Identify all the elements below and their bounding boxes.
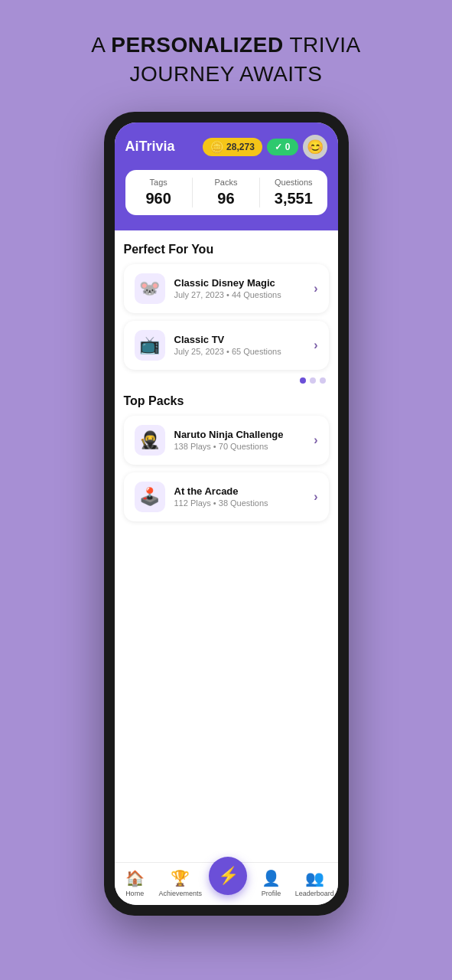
check-badge: ✓ 0: [267, 139, 298, 155]
headline: A PERSONALIZED TRIVIAJOURNEY AWAITS: [91, 31, 360, 89]
pagination-dot: [310, 377, 316, 384]
stat-item: Tags 960: [125, 178, 193, 207]
pack-card[interactable]: 📺 Classic TV July 25, 2023 • 65 Question…: [124, 321, 329, 370]
nav-icon: 🏆: [171, 869, 190, 887]
pagination-dot: [300, 377, 306, 384]
app-title: AiTrivia: [125, 139, 175, 155]
chevron-right-icon: ›: [314, 282, 317, 296]
headline-bold: PERSONALIZED: [111, 33, 283, 57]
nav-icon: 👤: [262, 869, 281, 887]
nav-item-play[interactable]: ⚡: [209, 871, 247, 895]
coin-icon: 🪙: [210, 141, 223, 153]
card-meta: 138 Plays • 70 Questions: [174, 442, 314, 451]
pack-card[interactable]: 🐭 Classic Disney Magic July 27, 2023 • 4…: [124, 264, 329, 313]
avatar[interactable]: 😊: [303, 135, 327, 159]
chevron-right-icon: ›: [314, 490, 317, 504]
card-icon: 📺: [135, 330, 165, 361]
stat-value: 3,551: [260, 190, 327, 207]
card-meta: July 25, 2023 • 65 Questions: [174, 347, 314, 356]
phone-wrapper: AiTrivia 🪙 28,273 ✓ 0 😊 Tags: [104, 112, 349, 916]
pack-card[interactable]: 🥷 Naruto Ninja Challenge 138 Plays • 70 …: [124, 416, 329, 465]
nav-label: Leaderboard: [295, 890, 334, 897]
pack-card[interactable]: 🕹️ At the Arcade 112 Plays • 38 Question…: [124, 472, 329, 521]
lightning-icon: ⚡: [218, 866, 239, 886]
card-icon: 🕹️: [135, 482, 165, 512]
stat-item: Questions 3,551: [260, 178, 327, 207]
card-meta: July 27, 2023 • 44 Questions: [174, 290, 314, 299]
nav-item-home[interactable]: 🏠 Home: [118, 869, 151, 897]
stat-label: Questions: [260, 178, 327, 187]
chevron-right-icon: ›: [314, 433, 317, 447]
phone-screen: AiTrivia 🪙 28,273 ✓ 0 😊 Tags: [115, 122, 338, 905]
app-header: AiTrivia 🪙 28,273 ✓ 0 😊 Tags: [115, 122, 338, 230]
nav-icon: 🏠: [125, 869, 145, 887]
nav-item-profile[interactable]: 👤 Profile: [255, 869, 288, 897]
card-icon: 🥷: [135, 425, 165, 456]
card-icon: 🐭: [135, 273, 165, 304]
content-area: Perfect For You 🐭 Classic Disney Magic J…: [115, 230, 338, 862]
coins-value: 28,273: [226, 142, 255, 152]
card-name: Naruto Ninja Challenge: [174, 429, 314, 440]
coins-badge: 🪙 28,273: [203, 138, 262, 156]
check-count: 0: [285, 142, 291, 152]
card-name: Classic Disney Magic: [174, 277, 314, 289]
play-button[interactable]: ⚡: [209, 857, 247, 895]
nav-item-leaderboard[interactable]: 👥 Leaderboard: [295, 869, 334, 897]
card-name: At the Arcade: [174, 485, 314, 497]
chevron-right-icon: ›: [314, 338, 317, 352]
pagination-dot: [320, 377, 326, 384]
stat-value: 960: [125, 190, 192, 207]
nav-label: Achievements: [158, 890, 202, 897]
card-name: Classic TV: [174, 334, 314, 345]
bottom-nav: 🏠 Home 🏆 Achievements ⚡ 👤 Profile 👥 Lead…: [115, 862, 338, 905]
nav-label: Profile: [262, 890, 281, 897]
check-icon: ✓: [275, 142, 282, 152]
stat-label: Packs: [193, 178, 259, 187]
nav-label: Home: [125, 890, 144, 897]
pagination-dots: [124, 377, 329, 384]
section-title: Top Packs: [124, 394, 329, 408]
stats-row: Tags 960 Packs 96 Questions 3,551: [125, 170, 327, 215]
card-meta: 112 Plays • 38 Questions: [174, 498, 314, 508]
stat-item: Packs 96: [193, 178, 260, 207]
section-title: Perfect For You: [124, 243, 329, 256]
stat-label: Tags: [125, 178, 192, 187]
nav-item-achievements[interactable]: 🏆 Achievements: [158, 869, 202, 897]
stat-value: 96: [193, 190, 259, 207]
nav-icon: 👥: [305, 869, 324, 887]
